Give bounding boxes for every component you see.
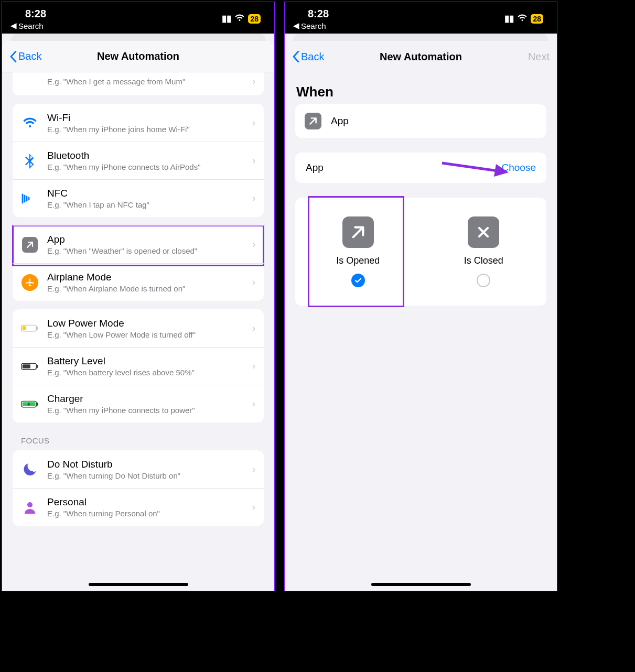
group-connectivity: Wi-FiE.g. "When my iPhone joins home Wi-… — [13, 104, 264, 217]
chevron-icon: › — [252, 277, 255, 288]
group-partial: E.g. "When I get a message from Mum" › — [13, 72, 264, 95]
clock: 8:28 — [308, 8, 329, 20]
status-bar: 8:28 ◀︎ Search ▮▮ 28 — [2, 2, 274, 34]
wifi-status-icon — [234, 14, 245, 24]
option-is-closed[interactable]: Is Closed — [421, 198, 547, 306]
chevron-icon: › — [252, 464, 255, 475]
back-button[interactable]: Back — [9, 50, 41, 62]
scroll-content[interactable]: When App App Choose Is Opened I — [285, 72, 557, 591]
wifi-status-icon — [517, 14, 528, 24]
row-airplane[interactable]: Airplane ModeE.g. "When Airplane Mode is… — [13, 263, 264, 301]
row-choose-app[interactable]: App Choose — [295, 153, 546, 183]
page-title: New Automation — [2, 50, 274, 62]
chevron-icon: › — [252, 502, 255, 513]
svg-rect-4 — [37, 365, 38, 368]
row-batterylevel[interactable]: Battery LevelE.g. "When battery level ri… — [13, 347, 264, 385]
group-focus: Do Not DisturbE.g. "When turning Do Not … — [13, 450, 264, 526]
row-app[interactable]: AppE.g. "When "Weather" is opened or clo… — [13, 225, 264, 263]
opened-label: Is Opened — [336, 255, 380, 266]
radio-opened[interactable] — [351, 274, 365, 287]
home-indicator[interactable] — [371, 583, 471, 586]
app-open-icon — [305, 113, 321, 129]
chevron-icon: › — [252, 361, 255, 372]
row-partial[interactable]: E.g. "When I get a message from Mum" › — [13, 72, 264, 95]
chevron-icon: › — [252, 398, 255, 409]
low-power-icon — [21, 319, 39, 337]
battery-icon: 28 — [248, 14, 261, 24]
home-indicator[interactable] — [89, 583, 188, 586]
group-app-aeroplane: AppE.g. "When "Weather" is opened or clo… — [13, 225, 264, 301]
back-to-search[interactable]: ◀︎ Search — [10, 21, 46, 30]
back-to-search[interactable]: ◀︎ Search — [293, 21, 329, 30]
row-lowpower[interactable]: Low Power ModeE.g. "When Low Power Mode … — [13, 309, 264, 347]
closed-label: Is Closed — [464, 255, 503, 266]
svg-rect-2 — [23, 326, 26, 330]
page-title: New Automation — [285, 51, 557, 63]
chevron-icon: › — [252, 193, 255, 204]
chevron-icon: › — [252, 117, 255, 128]
svg-rect-7 — [37, 403, 38, 406]
battery-icon: 28 — [531, 14, 543, 24]
nav-bar: Back New Automation Next — [285, 41, 557, 72]
cellular-icon: ▮▮ — [504, 13, 514, 24]
row-app-summary[interactable]: App — [295, 104, 546, 138]
airplane-icon — [21, 274, 39, 291]
svg-rect-5 — [23, 364, 30, 368]
phone-right: 8:28 ◀︎ Search ▮▮ 28 Back New Automation… — [284, 2, 557, 591]
chevron-icon: › — [252, 155, 255, 166]
status-bar: 8:28 ◀︎ Search ▮▮ 28 — [285, 2, 557, 34]
when-heading: When — [296, 84, 545, 100]
clock: 8:28 — [25, 8, 46, 20]
options-card: Is Opened Is Closed — [295, 198, 546, 306]
app-icon — [21, 236, 39, 254]
nav-bar: Back New Automation — [2, 41, 274, 72]
row-personal[interactable]: PersonalE.g. "When turning Personal on" … — [13, 488, 264, 526]
app-summary-label: App — [331, 115, 349, 127]
wifi-icon — [21, 114, 39, 132]
option-is-opened[interactable]: Is Opened — [295, 198, 421, 306]
chevron-left-icon — [9, 51, 17, 62]
opened-icon — [342, 216, 374, 248]
row-charger[interactable]: ChargerE.g. "When my iPhone connects to … — [13, 385, 264, 422]
closed-icon — [468, 216, 499, 248]
person-icon — [21, 498, 39, 516]
chevron-icon: › — [252, 239, 255, 250]
annotation-arrow — [439, 157, 513, 180]
moon-icon — [21, 460, 39, 478]
svg-rect-1 — [37, 327, 38, 330]
row-nfc[interactable]: NFCE.g. "When I tap an NFC tag" › — [13, 179, 264, 217]
row-bluetooth[interactable]: BluetoothE.g. "When my iPhone connects t… — [13, 142, 264, 179]
radio-closed[interactable] — [477, 274, 490, 287]
nfc-icon — [21, 190, 39, 208]
group-battery: Low Power ModeE.g. "When Low Power Mode … — [13, 309, 264, 422]
chevron-icon: › — [252, 323, 255, 334]
chevron-left-icon — [292, 51, 300, 62]
back-button[interactable]: Back — [292, 51, 324, 63]
charger-icon — [21, 395, 39, 413]
cellular-icon: ▮▮ — [222, 13, 231, 24]
next-button[interactable]: Next — [528, 51, 550, 63]
svg-point-9 — [27, 502, 33, 507]
chevron-icon: › — [252, 76, 255, 87]
phone-left: 8:28 ◀︎ Search ▮▮ 28 Back New Automation — [2, 2, 275, 591]
scroll-content[interactable]: E.g. "When I get a message from Mum" › W… — [2, 72, 274, 591]
choose-app-label: App — [306, 162, 324, 174]
focus-header: FOCUS — [21, 436, 255, 445]
row-dnd[interactable]: Do Not DisturbE.g. "When turning Do Not … — [13, 450, 264, 488]
battery-level-icon — [21, 357, 39, 375]
row-wifi[interactable]: Wi-FiE.g. "When my iPhone joins home Wi-… — [13, 104, 264, 142]
bluetooth-icon — [21, 152, 39, 170]
